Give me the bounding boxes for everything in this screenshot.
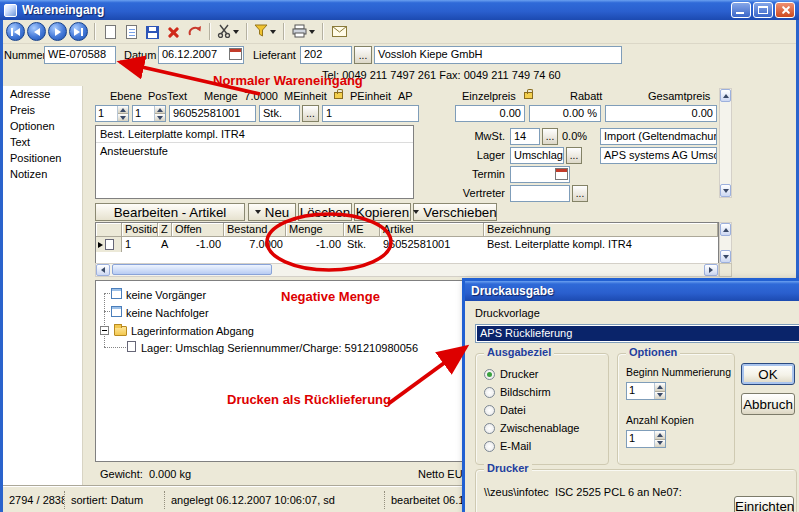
postext-stepper[interactable]: 1: [132, 105, 166, 122]
sidebar-item-text[interactable]: Text: [3, 134, 82, 150]
scroll-left-button[interactable]: [96, 264, 110, 276]
minimize-button[interactable]: [731, 2, 751, 18]
vertreter-field[interactable]: [510, 185, 570, 202]
einrichten-button[interactable]: Einrichten: [734, 496, 794, 512]
mwst-note-field[interactable]: Import (Geltendmachung: [600, 128, 717, 145]
maximize-button[interactable]: [753, 2, 773, 18]
scroll-up-button[interactable]: [720, 223, 731, 236]
calendar-icon[interactable]: [229, 48, 242, 60]
kopieren-button[interactable]: Kopieren: [354, 203, 411, 221]
meinheit-browse-button[interactable]: ...: [302, 105, 319, 122]
artikel-text-box[interactable]: Best. Leiterplatte kompl. ITR4 Ansteuers…: [95, 125, 414, 199]
spin-up[interactable]: [155, 106, 165, 114]
column-header-bestand[interactable]: Bestand: [224, 223, 286, 237]
table-vertical-scrollbar[interactable]: [719, 222, 732, 264]
sidebar-item-notizen[interactable]: Notizen: [3, 166, 82, 182]
lock-icon: [524, 92, 533, 99]
tree-item-lagerinformation[interactable]: Lagerinformation Abgang: [131, 325, 254, 337]
column-header-me[interactable]: ME: [344, 223, 380, 237]
scroll-down-button[interactable]: [720, 184, 731, 197]
column-header-menge[interactable]: Menge: [286, 223, 344, 237]
lieferant-browse-button[interactable]: ...: [354, 46, 372, 64]
nav-first-button[interactable]: [6, 22, 25, 41]
scroll-up-button[interactable]: [720, 89, 731, 102]
scroll-right-button[interactable]: [704, 264, 718, 276]
print-button[interactable]: [288, 21, 318, 43]
artikel-field[interactable]: 96052581001: [169, 105, 256, 122]
tree-item-nachfolger[interactable]: keine Nachfolger: [126, 307, 209, 319]
tree-item-vorgaenger[interactable]: keine Vorgänger: [126, 289, 206, 301]
lager-field[interactable]: Umschlag: [510, 147, 564, 164]
druckvorlage-combo[interactable]: APS Rücklieferung: [475, 324, 799, 343]
open-record-button[interactable]: [120, 21, 142, 43]
undo-button[interactable]: [183, 21, 205, 43]
delete-button[interactable]: [162, 21, 184, 43]
nav-last-button[interactable]: [69, 22, 88, 41]
datum-field[interactable]: 06.12.2007: [158, 46, 244, 64]
spin-down[interactable]: [655, 440, 665, 448]
nummer-field[interactable]: WE-070588: [44, 46, 116, 64]
spin-down[interactable]: [155, 114, 165, 121]
form-vertical-scrollbar[interactable]: [719, 88, 732, 198]
column-header-bezeichnung[interactable]: Bezeichnung: [484, 223, 718, 237]
tree-expander-minus[interactable]: [100, 326, 109, 335]
save-button[interactable]: [141, 21, 163, 43]
table-horizontal-scrollbar[interactable]: [95, 263, 719, 277]
spin-down[interactable]: [118, 114, 128, 121]
scroll-down-button[interactable]: [720, 250, 731, 263]
scrollbar-corner-grip[interactable]: [719, 263, 732, 277]
radio-email[interactable]: E-Mail: [484, 440, 531, 452]
rabatt-field[interactable]: 0.00 %: [529, 105, 601, 122]
abbruch-button[interactable]: Abbruch: [741, 393, 795, 415]
drucker-name: \\zeus\infotec ISC 2525 PCL 6 an Ne07:: [484, 486, 682, 498]
vertreter-browse-button[interactable]: ...: [572, 185, 588, 202]
nav-next-button[interactable]: [48, 22, 67, 41]
spin-up[interactable]: [655, 383, 665, 392]
sidebar-item-preis[interactable]: Preis: [3, 102, 82, 118]
bearbeiten-artikel-button[interactable]: Bearbeiten - Artikel: [95, 203, 245, 221]
mail-button[interactable]: [327, 21, 351, 43]
sidebar-item-optionen[interactable]: Optionen: [3, 118, 82, 134]
ok-button[interactable]: OK: [741, 363, 795, 385]
sidebar-item-positionen[interactable]: Positionen: [3, 150, 82, 166]
scissors-button[interactable]: [214, 21, 242, 43]
scrollbar-thumb[interactable]: [112, 264, 272, 275]
table-row[interactable]: 1 A -1.00 7.0000 -1.00 Stk. 96052581001 …: [96, 237, 718, 252]
ebene-stepper[interactable]: 1: [95, 105, 129, 122]
column-header-position[interactable]: Positio: [122, 223, 158, 237]
neu-button[interactable]: Neu: [248, 203, 296, 221]
spin-up[interactable]: [118, 106, 128, 114]
radio-datei[interactable]: Datei: [484, 404, 526, 416]
spin-down[interactable]: [655, 392, 665, 400]
calendar-icon[interactable]: [555, 168, 568, 180]
lieferant-field[interactable]: 202: [300, 46, 352, 64]
column-header-offen[interactable]: Offen: [172, 223, 224, 237]
verschieben-button[interactable]: Verschieben: [413, 203, 497, 221]
meinheit-field[interactable]: Stk.: [259, 105, 300, 122]
close-button[interactable]: [775, 2, 795, 18]
sidebar-item-adresse[interactable]: Adresse: [3, 86, 82, 102]
lager-note-field[interactable]: APS systems AG Umschl: [600, 147, 717, 164]
kopien-stepper[interactable]: 1: [626, 430, 666, 448]
radio-bildschirm[interactable]: Bildschirm: [484, 386, 551, 398]
einzelpreis-field[interactable]: 0.00: [455, 105, 525, 122]
column-header-z[interactable]: Z: [158, 223, 172, 237]
peinheit-field[interactable]: 1: [322, 105, 419, 122]
gesamtpreis-field[interactable]: 0.00: [605, 105, 717, 122]
tree-item-lager-charge[interactable]: Lager: Umschlag Seriennummer/Charge: 591…: [141, 342, 418, 354]
marker-column-header[interactable]: [96, 223, 122, 237]
loeschen-button[interactable]: Löschen: [298, 203, 352, 221]
lieferant-name-field[interactable]: Vossloh Kiepe GmbH: [374, 46, 622, 64]
new-record-button[interactable]: [99, 21, 121, 43]
nav-prev-button[interactable]: [27, 22, 46, 41]
lager-browse-button[interactable]: ...: [566, 147, 582, 164]
column-header-artikel[interactable]: Artikel: [380, 223, 484, 237]
radio-zwischenablage[interactable]: Zwischenablage: [484, 422, 580, 434]
filter-button[interactable]: [251, 21, 279, 43]
radio-drucker[interactable]: Drucker: [484, 368, 539, 380]
termin-field[interactable]: [510, 166, 570, 183]
mwst-browse-button[interactable]: ...: [542, 128, 558, 145]
mwst-field[interactable]: 14: [510, 128, 540, 145]
beginn-stepper[interactable]: 1: [626, 382, 666, 400]
spin-up[interactable]: [655, 431, 665, 440]
